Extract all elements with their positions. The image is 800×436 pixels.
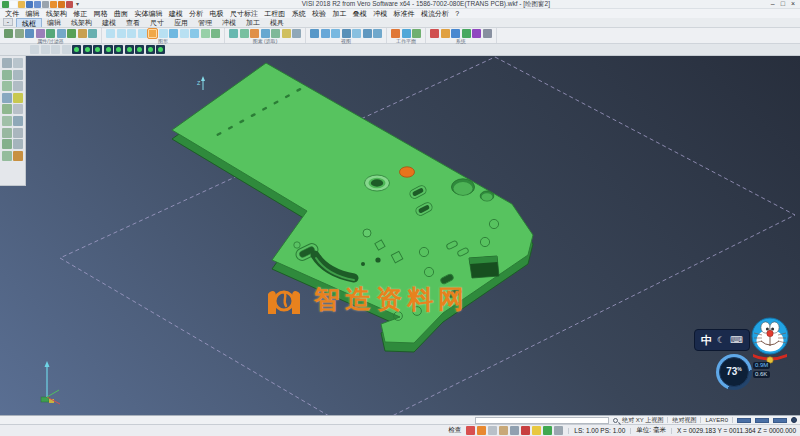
left-tool-1-icon[interactable] — [2, 58, 12, 68]
ribbon-icon-6-6[interactable] — [483, 29, 492, 38]
large-hole[interactable] — [452, 179, 475, 195]
tab-1[interactable]: 线框 — [16, 18, 42, 27]
status-tool-7-icon[interactable] — [532, 426, 541, 435]
ribbon-icon-3-1[interactable] — [229, 29, 238, 38]
square-hole[interactable] — [469, 256, 499, 278]
ribbon-icon-4-1[interactable] — [310, 29, 319, 38]
ribbon-icon-2-11[interactable] — [211, 29, 220, 38]
3d-scene[interactable]: Z — [0, 56, 800, 415]
tab-9[interactable]: 冲模 — [217, 18, 241, 27]
ribbon-icon-3-5[interactable] — [271, 29, 280, 38]
ribbon-icon-1-1[interactable] — [4, 29, 13, 38]
ribbon-icon-1-4[interactable] — [36, 29, 45, 38]
tab-8[interactable]: 管理 — [193, 18, 217, 27]
status-tool-5-icon[interactable] — [510, 426, 519, 435]
ribbon-icon-5-1[interactable] — [391, 29, 400, 38]
left-tool-7-icon[interactable] — [2, 93, 12, 103]
tab-5[interactable]: 查看 — [121, 18, 145, 27]
command-input[interactable] — [475, 417, 609, 424]
ribbon-icon-3-7[interactable] — [292, 29, 301, 38]
menu-item-15[interactable]: 加工 — [329, 9, 349, 18]
ribbon-icon-2-4[interactable] — [138, 29, 147, 38]
left-tool-13-icon[interactable] — [2, 128, 12, 138]
moon-icon[interactable]: ☾ — [717, 335, 725, 345]
ribbon-icon-1-2[interactable] — [15, 29, 24, 38]
menu-item-8[interactable]: 建模 — [166, 9, 186, 18]
ribbon-icon-3-3[interactable] — [250, 29, 259, 38]
ribbon-icon-5-2[interactable] — [402, 29, 411, 38]
window-tool-1-icon[interactable] — [30, 45, 39, 54]
more-commands-icon[interactable]: ▾ — [74, 1, 81, 8]
save-all-icon[interactable] — [34, 1, 41, 8]
status-tool-8-icon[interactable] — [543, 426, 552, 435]
status-tool-9-icon[interactable] — [554, 426, 563, 435]
menu-item-18[interactable]: 标准件 — [390, 9, 417, 18]
menu-item-2[interactable]: 编辑 — [22, 9, 42, 18]
ribbon-icon-5-3[interactable] — [412, 29, 421, 38]
layer-color-swatch-3[interactable] — [773, 418, 787, 423]
ribbon-icon-1-7[interactable] — [67, 29, 76, 38]
tab-11[interactable]: 模具 — [265, 18, 289, 27]
left-tool-11-icon[interactable] — [2, 116, 12, 126]
status-tool-4-icon[interactable] — [499, 426, 508, 435]
layer-color-swatch-2[interactable] — [755, 418, 769, 423]
snap-label[interactable]: 检查 — [448, 426, 461, 435]
ribbon-icon-1-3[interactable] — [25, 29, 34, 38]
medium-hole[interactable] — [480, 191, 494, 201]
redo-icon[interactable] — [58, 1, 65, 8]
menu-item-13[interactable]: 系统 — [289, 9, 309, 18]
ribbon-icon-2-10[interactable] — [201, 29, 210, 38]
viewport-3d[interactable]: Z 智造资料网 中 ☾ — [0, 56, 800, 415]
menu-item-17[interactable]: 冲模 — [370, 9, 390, 18]
layer-color-swatch-1[interactable] — [737, 418, 751, 423]
status-tool-6-icon[interactable] — [521, 426, 530, 435]
view-style-2-icon[interactable] — [83, 45, 92, 54]
menu-item-19[interactable]: 模流分析 — [418, 9, 452, 18]
search-icon[interactable] — [613, 418, 618, 423]
ribbon-icon-4-7[interactable] — [373, 29, 382, 38]
ribbon-icon-4-6[interactable] — [363, 29, 372, 38]
menu-item-4[interactable]: 修正 — [70, 9, 90, 18]
menu-item-11[interactable]: 尺寸标注 — [227, 9, 261, 18]
menu-item-12[interactable]: 工程图 — [261, 9, 288, 18]
tab-7[interactable]: 应用 — [169, 18, 193, 27]
ribbon-icon-2-8[interactable] — [180, 29, 189, 38]
view-style-1-icon[interactable] — [72, 45, 81, 54]
ribbon-icon-2-6[interactable] — [159, 29, 168, 38]
active-layer[interactable]: LAYER0 — [705, 417, 728, 423]
view-style-8-icon[interactable] — [146, 45, 155, 54]
ribbon-icon-4-2[interactable] — [321, 29, 330, 38]
window-tool-3-icon[interactable] — [51, 45, 60, 54]
left-tool-18-icon[interactable] — [13, 151, 23, 161]
menu-item-9[interactable]: 分析 — [186, 9, 206, 18]
ribbon-icon-4-5[interactable] — [352, 29, 361, 38]
small-hole-left[interactable] — [294, 242, 300, 248]
minimize-button[interactable]: – — [771, 0, 775, 8]
menu-item-7[interactable]: 实体编辑 — [131, 9, 165, 18]
view-style-9-icon[interactable] — [156, 45, 165, 54]
left-tool-4-icon[interactable] — [13, 70, 23, 80]
maximize-button[interactable]: □ — [781, 0, 785, 8]
view-style-4-icon[interactable] — [104, 45, 113, 54]
view-style-3-icon[interactable] — [93, 45, 102, 54]
menu-item-16[interactable]: 叠模 — [350, 9, 370, 18]
print-icon[interactable] — [42, 1, 49, 8]
open-file-icon[interactable] — [18, 1, 25, 8]
left-tool-15-icon[interactable] — [2, 139, 12, 149]
ribbon-icon-4-3[interactable] — [331, 29, 340, 38]
ribbon-icon-1-9[interactable] — [88, 29, 97, 38]
ime-mode-indicator[interactable]: 中 — [701, 330, 712, 350]
view-style-5-icon[interactable] — [114, 45, 123, 54]
counterbore-hole[interactable] — [365, 175, 390, 191]
ribbon-icon-6-1[interactable] — [430, 29, 439, 38]
left-tool-14-icon[interactable] — [13, 128, 23, 138]
menu-item-5[interactable]: 网格 — [91, 9, 111, 18]
status-circle-icon[interactable] — [791, 417, 797, 423]
left-tool-12-icon[interactable] — [13, 116, 23, 126]
left-tool-3-icon[interactable] — [2, 70, 12, 80]
ribbon-icon-1-8[interactable] — [78, 29, 87, 38]
status-tool-3-icon[interactable] — [488, 426, 497, 435]
ribbon-icon-1-5[interactable] — [46, 29, 55, 38]
stamp-icon[interactable] — [66, 1, 73, 8]
left-tool-17-icon[interactable] — [2, 151, 12, 161]
